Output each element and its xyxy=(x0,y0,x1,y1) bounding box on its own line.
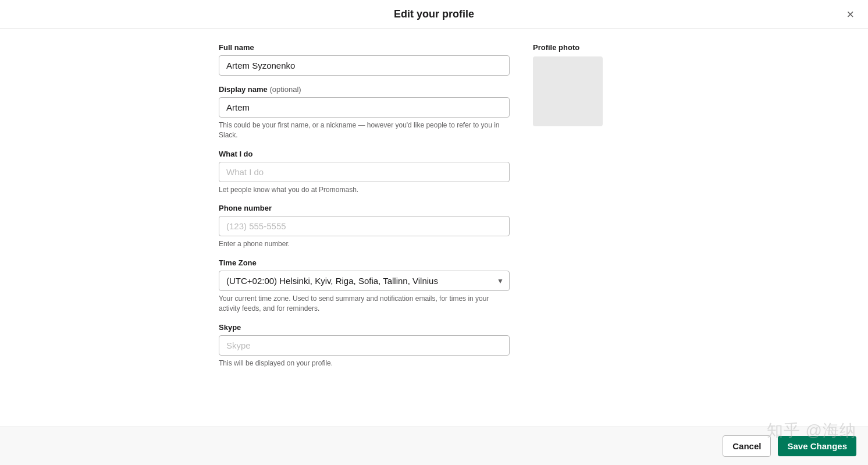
time-zone-label: Time Zone xyxy=(219,258,510,267)
time-zone-group: Time Zone ﻿(UTC+02:00) Helsinki, Kyiv, R… xyxy=(219,258,510,314)
display-name-hint: This could be your first name, or a nick… xyxy=(219,120,510,140)
skype-input[interactable] xyxy=(219,335,510,356)
modal-title: Edit your profile xyxy=(394,8,474,20)
close-button[interactable]: × xyxy=(844,6,856,23)
form-right: Profile photo xyxy=(533,43,649,378)
profile-photo-placeholder xyxy=(533,56,603,126)
form-left: Full name Display name (optional) This c… xyxy=(219,43,510,378)
form-container: Full name Display name (optional) This c… xyxy=(195,43,673,378)
full-name-group: Full name xyxy=(219,43,510,76)
cancel-button[interactable]: Cancel xyxy=(723,435,771,457)
time-zone-select[interactable]: (UTC+02:00) Helsinki, Kyiv, Riga, Sofia,… xyxy=(219,271,510,291)
modal-body: Full name Display name (optional) This c… xyxy=(0,29,868,427)
what-i-do-hint: Let people know what you do at Promomash… xyxy=(219,185,510,195)
phone-number-label: Phone number xyxy=(219,204,510,212)
what-i-do-group: What I do Let people know what you do at… xyxy=(219,150,510,195)
modal-header: Edit your profile × xyxy=(0,0,868,29)
phone-number-input[interactable] xyxy=(219,216,510,236)
optional-tag: (optional) xyxy=(269,85,301,94)
display-name-group: Display name (optional) This could be yo… xyxy=(219,85,510,140)
full-name-input[interactable] xyxy=(219,55,510,76)
what-i-do-label: What I do xyxy=(219,150,510,158)
display-name-input[interactable] xyxy=(219,97,510,118)
skype-group: Skype This will be displayed on your pro… xyxy=(219,323,510,368)
profile-photo-label: Profile photo xyxy=(533,43,649,52)
save-changes-button[interactable]: Save Changes xyxy=(778,436,856,456)
time-zone-hint: Your current time zone. Used to send sum… xyxy=(219,294,510,314)
form-layout: Full name Display name (optional) This c… xyxy=(219,43,649,378)
modal-footer: Cancel Save Changes xyxy=(0,427,868,465)
what-i-do-input[interactable] xyxy=(219,162,510,182)
full-name-label: Full name xyxy=(219,43,510,52)
time-zone-select-wrapper: (UTC+02:00) Helsinki, Kyiv, Riga, Sofia,… xyxy=(219,271,510,291)
display-name-label: Display name (optional) xyxy=(219,85,510,94)
phone-number-group: Phone number Enter a phone number. xyxy=(219,204,510,249)
skype-label: Skype xyxy=(219,323,510,332)
skype-hint: This will be displayed on your profile. xyxy=(219,358,510,368)
phone-number-hint: Enter a phone number. xyxy=(219,239,510,249)
